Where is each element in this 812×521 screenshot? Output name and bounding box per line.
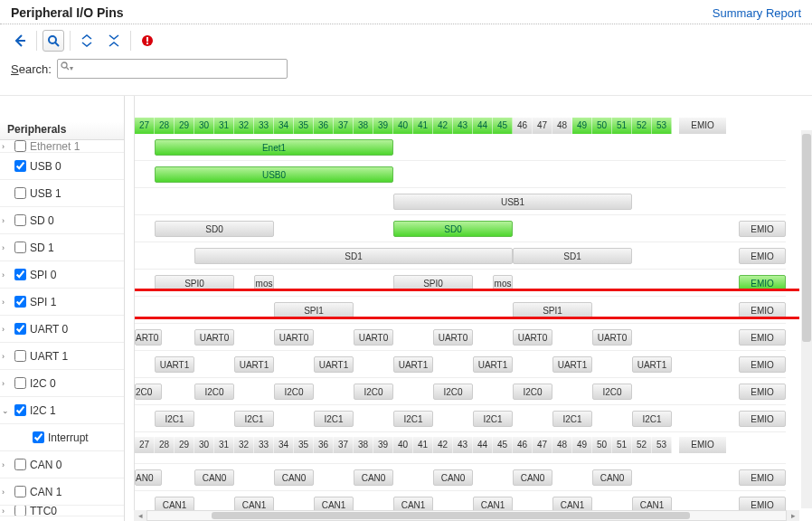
cell-can0[interactable]: CAN0: [513, 469, 552, 486]
emio-mid[interactable]: EMIO: [679, 437, 726, 453]
pin-header-36[interactable]: 36: [314, 118, 334, 134]
sidebar-item-usb-1[interactable]: ›USB 1: [0, 180, 124, 207]
pin-header-30[interactable]: 30: [194, 118, 214, 134]
pin-header-45[interactable]: 45: [493, 118, 513, 134]
cell-i2c1[interactable]: I2C1: [473, 411, 513, 427]
pin-header-46[interactable]: 46: [513, 118, 533, 134]
pin-header-50[interactable]: 50: [592, 118, 612, 134]
cell-i2c1[interactable]: I2C1: [314, 411, 354, 427]
cell-an0[interactable]: AN0: [135, 469, 162, 486]
cell-uart0[interactable]: UART0: [354, 329, 393, 346]
cell-emio[interactable]: EMIO: [739, 384, 786, 400]
pin-header-39[interactable]: 39: [373, 118, 393, 134]
pin-header-32[interactable]: 32: [234, 118, 254, 134]
chevron-icon[interactable]: ›: [2, 507, 11, 516]
cell-i2c1[interactable]: I2C1: [393, 411, 433, 427]
cell-spi1[interactable]: SPI1: [513, 302, 592, 318]
pin-header-33[interactable]: 33: [254, 118, 274, 134]
chevron-icon[interactable]: ›: [2, 270, 11, 279]
pin-mid-52[interactable]: 52: [632, 437, 652, 453]
cell-uart0[interactable]: UART0: [274, 329, 314, 346]
cell-uart1[interactable]: UART1: [552, 356, 592, 373]
pin-header-43[interactable]: 43: [453, 118, 473, 134]
pin-header-53[interactable]: 53: [652, 118, 672, 134]
cell-emio[interactable]: EMIO: [739, 221, 786, 237]
pin-header-27[interactable]: 27: [135, 118, 155, 134]
cell-i2c0[interactable]: I2C0: [592, 384, 632, 400]
expand-all-button[interactable]: [103, 30, 125, 52]
emio-header[interactable]: EMIO: [679, 118, 726, 134]
cell-i2c1[interactable]: I2C1: [234, 411, 274, 427]
pin-mid-34[interactable]: 34: [274, 437, 294, 453]
pin-mid-43[interactable]: 43: [453, 437, 473, 453]
pin-header-51[interactable]: 51: [612, 118, 632, 134]
cell-i2c0[interactable]: I2C0: [433, 384, 473, 400]
pin-header-38[interactable]: 38: [354, 118, 373, 134]
cell-emio[interactable]: EMIO: [739, 411, 786, 427]
cell-uart0[interactable]: UART0: [513, 329, 552, 346]
cell-uart1[interactable]: UART1: [234, 356, 274, 373]
cell-emio[interactable]: EMIO: [739, 356, 786, 373]
cell-i2c0[interactable]: I2C0: [194, 384, 234, 400]
peripheral-checkbox[interactable]: [14, 377, 26, 389]
pin-mid-45[interactable]: 45: [493, 437, 513, 453]
chevron-icon[interactable]: ›: [2, 379, 11, 388]
cell-i2c1[interactable]: I2C1: [552, 411, 592, 427]
cell-can1[interactable]: CAN1: [234, 497, 274, 510]
pin-header-34[interactable]: 34: [274, 118, 294, 134]
pin-mid-28[interactable]: 28: [155, 437, 175, 453]
cell-spi0[interactable]: SPI0: [155, 275, 234, 291]
sidebar-item-ttc0[interactable]: ›TTC0: [0, 506, 124, 516]
chevron-icon[interactable]: ›: [2, 488, 11, 497]
pin-mid-27[interactable]: 27: [135, 437, 155, 453]
cell-uart0[interactable]: UART0: [194, 329, 234, 346]
pin-mid-49[interactable]: 49: [572, 437, 592, 453]
pin-mid-29[interactable]: 29: [175, 437, 194, 453]
pin-header-29[interactable]: 29: [175, 118, 194, 134]
cell-uart0[interactable]: UART0: [592, 329, 632, 346]
peripheral-checkbox[interactable]: [14, 160, 26, 172]
cell-can1[interactable]: CAN1: [473, 497, 513, 510]
chevron-icon[interactable]: ›: [2, 142, 11, 151]
chevron-icon[interactable]: ›: [2, 460, 11, 469]
peripheral-checkbox[interactable]: [14, 506, 26, 516]
pin-mid-44[interactable]: 44: [473, 437, 493, 453]
cell-can1[interactable]: CAN1: [632, 497, 672, 510]
sidebar-item-i2c-1[interactable]: ⌄I2C 1: [0, 397, 124, 424]
cell-can0[interactable]: CAN0: [274, 469, 314, 486]
collapse-all-button[interactable]: [76, 30, 98, 52]
search-dropdown-icon[interactable]: ▾: [70, 64, 73, 72]
pin-header-37[interactable]: 37: [334, 118, 354, 134]
pin-mid-51[interactable]: 51: [612, 437, 632, 453]
peripheral-checkbox[interactable]: [33, 431, 44, 443]
cell-sd1[interactable]: SD1: [194, 248, 513, 264]
cell-can1[interactable]: CAN1: [314, 497, 354, 510]
pin-mid-33[interactable]: 33: [254, 437, 274, 453]
sidebar-item-spi-0[interactable]: ›SPI 0: [0, 261, 124, 289]
pin-mid-41[interactable]: 41: [413, 437, 433, 453]
cell-emio[interactable]: EMIO: [739, 275, 786, 291]
peripheral-checkbox[interactable]: [14, 269, 26, 280]
chevron-icon[interactable]: ›: [2, 216, 11, 225]
chevron-icon[interactable]: ›: [2, 243, 11, 252]
cell-emio[interactable]: EMIO: [739, 469, 786, 486]
pin-header-28[interactable]: 28: [155, 118, 175, 134]
cell-sd0[interactable]: SD0: [155, 221, 274, 237]
cell-i2c1[interactable]: I2C1: [155, 411, 194, 427]
cell-spi0[interactable]: SPI0: [393, 275, 473, 291]
vertical-scrollbar[interactable]: [801, 130, 812, 508]
summary-report-link[interactable]: Summary Report: [713, 6, 801, 20]
pin-mid-47[interactable]: 47: [533, 437, 552, 453]
sidebar-item-can-1[interactable]: ›CAN 1: [0, 478, 124, 506]
cell-i2c1[interactable]: I2C1: [632, 411, 672, 427]
pin-mid-30[interactable]: 30: [194, 437, 214, 453]
pin-mid-32[interactable]: 32: [234, 437, 254, 453]
peripheral-checkbox[interactable]: [14, 242, 26, 253]
peripheral-checkbox[interactable]: [14, 486, 26, 497]
sidebar-item-ethernet-1[interactable]: ›Ethernet 1: [0, 140, 124, 153]
pin-mid-48[interactable]: 48: [552, 437, 572, 453]
sidebar-item-i2c-0[interactable]: ›I2C 0: [0, 370, 124, 397]
cell-i2c0[interactable]: I2C0: [274, 384, 314, 400]
cell-emio[interactable]: EMIO: [739, 497, 786, 510]
sidebar-item-can-0[interactable]: ›CAN 0: [0, 451, 124, 478]
